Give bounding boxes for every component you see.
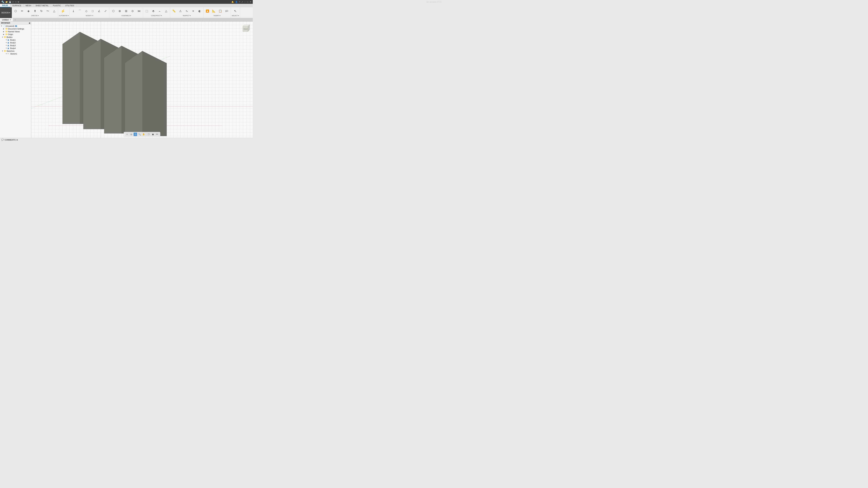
display-mode-btn[interactable]: ☐ xyxy=(147,133,151,136)
scale-btn[interactable]: ⤢ xyxy=(102,8,109,14)
body2-eye[interactable]: 👁 xyxy=(5,42,7,43)
insert-label[interactable]: INSERT ▾ xyxy=(204,14,230,17)
tree-doc-settings[interactable]: ▶ 📁 Document Settings xyxy=(0,27,31,30)
fit-btn[interactable]: ⊡ xyxy=(134,133,137,136)
tab-sheet-metal[interactable]: SHEET METAL xyxy=(33,4,51,7)
maximize-btn[interactable]: □ xyxy=(247,1,248,3)
bodies-chevron[interactable]: ▼ xyxy=(2,36,4,38)
tree-body1[interactable]: 👁 ◼ Body1 xyxy=(0,38,31,41)
tree-body4[interactable]: 👁 ◼ Body4 xyxy=(0,47,31,50)
undo-btn[interactable]: ↩ xyxy=(12,1,14,3)
look-at-btn[interactable]: ◎ xyxy=(129,133,133,136)
draft-analysis-btn[interactable]: ◐ xyxy=(196,8,203,14)
inspect-label[interactable]: INSPECT ▾ xyxy=(171,14,203,17)
tab-close-btn[interactable]: ✕ xyxy=(9,19,11,21)
draft-btn[interactable]: ∠ xyxy=(96,8,102,14)
tree-body3[interactable]: 👁 ◼ Body3 xyxy=(0,44,31,47)
more-btn[interactable]: ••• xyxy=(155,133,159,136)
named-views-chevron[interactable]: ▶ xyxy=(3,31,5,32)
tree-sketch1[interactable]: 👁 ✏ Sketch1 xyxy=(0,53,31,55)
shell-btn[interactable]: □ xyxy=(90,8,96,14)
form-btn[interactable]: ◈ xyxy=(25,8,32,14)
minimize-btn[interactable]: – xyxy=(244,1,246,3)
insert-dxf-btn[interactable]: 📋 xyxy=(217,8,223,14)
tab-mesh[interactable]: MESH xyxy=(24,4,33,7)
nav-cube[interactable]: FRONT xyxy=(241,23,251,33)
select-label[interactable]: SELECT ▾ xyxy=(231,14,239,17)
orbit-btn[interactable]: ⊹ xyxy=(125,133,129,136)
extrude-btn[interactable]: ⬆ xyxy=(32,8,38,14)
menu-file[interactable]: 📁 xyxy=(5,1,8,3)
press-pull-btn[interactable]: ⤓ xyxy=(70,8,76,14)
notification-icon[interactable]: 🔔 xyxy=(231,1,234,3)
insert-svg-btn[interactable]: 📐 xyxy=(211,8,217,14)
body3-eye[interactable]: 👁 xyxy=(5,44,7,46)
effects-btn[interactable]: ◼ xyxy=(151,133,155,136)
offset-plane-btn[interactable]: ⬚ xyxy=(144,8,150,14)
decal-btn[interactable]: 🏷 xyxy=(224,8,230,14)
comments-expand-btn[interactable]: ▶ xyxy=(17,139,18,141)
save-icon[interactable]: 💾 xyxy=(9,1,11,3)
new-component-btn[interactable]: ⬡ xyxy=(12,8,19,14)
zebra-btn[interactable]: ≡ xyxy=(190,8,196,14)
plane-3pts-btn[interactable]: △ xyxy=(163,8,169,14)
automate-label[interactable]: AUTOMATE ▾ xyxy=(59,14,69,17)
chamfer-btn[interactable]: ◇ xyxy=(83,8,89,14)
tree-named-views[interactable]: ▶ 📁 Named Views xyxy=(0,30,31,33)
sidebar-collapse-btn[interactable]: ◀ xyxy=(29,22,30,24)
plane-at-angle-btn[interactable]: ⬘ xyxy=(150,8,156,14)
tab-solid[interactable]: SOLID xyxy=(0,4,10,7)
rigid-group-btn[interactable]: ⋈ xyxy=(136,8,142,14)
tab-surface[interactable]: SURFACE xyxy=(10,4,24,7)
tree-origin[interactable]: ▶ 📁 Origin xyxy=(0,33,31,36)
modify-label[interactable]: MODIFY ▾ xyxy=(70,14,109,17)
doc-settings-chevron[interactable]: ▶ xyxy=(3,28,5,30)
fillet-btn[interactable]: ⌒ xyxy=(77,8,83,14)
assemble-row: ⬡ ⊕ ⊞ ⊙ ⋈ xyxy=(110,8,142,14)
joint-origin-btn[interactable]: ⊙ xyxy=(129,8,136,14)
tree-sketches[interactable]: ▼ 📁 Sketches xyxy=(0,50,31,53)
insert-mesh-btn[interactable]: 🔼 xyxy=(204,8,211,14)
sketch1-eye[interactable]: 👁 xyxy=(5,53,7,55)
tree-root[interactable]: ▼ 📄 (Unsaved) ● xyxy=(0,25,31,27)
revolve-btn[interactable]: ↻ xyxy=(38,8,44,14)
close-btn[interactable]: ✕ xyxy=(250,1,251,3)
tree-bodies[interactable]: ▼ 📁 Bodies xyxy=(0,36,31,38)
sweep-btn[interactable]: 〜 xyxy=(44,8,51,14)
help-icon[interactable]: ? xyxy=(239,1,240,3)
tree-body2[interactable]: 👁 ◼ Body2 xyxy=(0,41,31,44)
tab-plastic[interactable]: PLASTIC xyxy=(51,4,63,7)
loft-btn[interactable]: △ xyxy=(51,8,57,14)
body1-eye[interactable]: 👁 xyxy=(5,39,7,41)
sketch1-icon: ✏ xyxy=(7,53,10,55)
zoom-btn[interactable]: 🔍 xyxy=(138,133,141,136)
curvature-btn[interactable]: ∿ xyxy=(184,8,190,14)
create-label[interactable]: CREATE ▾ xyxy=(12,14,57,17)
settings-icon[interactable]: ⚙ xyxy=(18,1,19,3)
assemble-label[interactable]: ASSEMBLE ▾ xyxy=(110,14,142,17)
redo-btn[interactable]: ↪ xyxy=(15,1,17,3)
new-component2-btn[interactable]: ⬡ xyxy=(110,8,117,14)
automate-btn[interactable]: ⚡ xyxy=(59,8,67,14)
viewport[interactable]: FRONT ⊹ ◎ ⊡ 🔍 ✋ ☐ ◼ ••• xyxy=(31,22,253,138)
as-built-joint-btn[interactable]: ⊞ xyxy=(123,8,129,14)
new-tab-btn[interactable]: + xyxy=(13,19,17,21)
sketch-btn[interactable]: ✏ xyxy=(19,8,25,14)
tab-untitled[interactable]: Untitled ✕ xyxy=(0,18,13,21)
body4-eye[interactable]: 👁 xyxy=(5,47,7,49)
origin-chevron[interactable]: ▶ xyxy=(3,33,5,35)
root-chevron[interactable]: ▼ xyxy=(1,25,3,27)
sketches-chevron[interactable]: ▼ xyxy=(2,50,4,52)
construct-label[interactable]: CONSTRUCT ▾ xyxy=(144,14,169,17)
interference-btn[interactable]: ⚠ xyxy=(177,8,184,14)
tab-utilities[interactable]: UTILITIES xyxy=(63,4,76,7)
joint-btn[interactable]: ⊕ xyxy=(117,8,123,14)
midplane-btn[interactable]: ⫠ xyxy=(157,8,163,14)
measure-btn[interactable]: 📏 xyxy=(171,8,177,14)
profile-icon[interactable]: 👤 xyxy=(235,1,238,3)
expand-icon[interactable]: ⤢ xyxy=(242,1,243,3)
design-dropdown[interactable]: DESIGN ▾ xyxy=(0,7,12,18)
pan-btn[interactable]: ✋ xyxy=(142,133,146,136)
inspect-row: 📏 ⚠ ∿ ≡ ◐ xyxy=(171,8,203,14)
select-btn[interactable]: ↖ xyxy=(231,8,239,14)
